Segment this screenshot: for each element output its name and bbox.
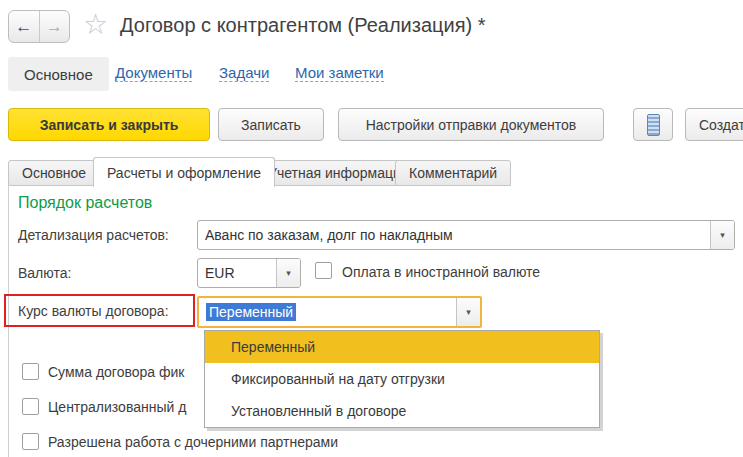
favorite-star-icon[interactable]: ☆ xyxy=(83,8,108,41)
section-title-settlement-order: Порядок расчетов xyxy=(18,194,152,212)
save-and-close-button[interactable]: Записать и закрыть xyxy=(8,108,210,141)
reports-list-button[interactable] xyxy=(633,108,673,141)
child-partners-checkbox[interactable] xyxy=(22,433,39,450)
currency-label: Валюта: xyxy=(18,265,71,281)
tab-main[interactable]: Основное xyxy=(8,160,100,186)
detail-settlements-select[interactable]: Аванс по заказам, долг по накладным ▾ xyxy=(197,220,735,250)
detail-settlements-label: Детализация расчетов: xyxy=(18,227,169,243)
contract-form-window: ← → ☆ Договор с контрагентом (Реализация… xyxy=(0,0,743,457)
foreign-currency-checkbox[interactable] xyxy=(315,262,332,279)
send-settings-button[interactable]: Настройки отправки документов xyxy=(338,108,604,141)
rate-dropdown-list: Переменный Фиксированный на дату отгрузк… xyxy=(204,330,600,428)
dropdown-option-fixed-on-shipment[interactable]: Фиксированный на дату отгрузки xyxy=(205,363,599,395)
history-nav: ← → xyxy=(8,10,70,43)
currency-select[interactable]: EUR ▾ xyxy=(197,258,301,288)
tab-settlements[interactable]: Расчеты и оформление xyxy=(93,157,275,187)
contract-sum-fixed-label: Сумма договора фик xyxy=(48,364,184,380)
nav-item-main[interactable]: Основное xyxy=(8,57,109,91)
foreign-currency-label: Оплата в иностранной валюте xyxy=(342,264,540,280)
nav-link-documents[interactable]: Документы xyxy=(115,64,192,82)
contract-sum-fixed-checkbox[interactable] xyxy=(22,363,39,380)
nav-link-notes[interactable]: Мои заметки xyxy=(295,64,384,82)
forward-button[interactable]: → xyxy=(40,11,70,42)
chevron-down-icon[interactable]: ▾ xyxy=(456,298,480,326)
currency-value: EUR xyxy=(198,259,276,287)
centralized-contract-checkbox[interactable] xyxy=(22,398,39,415)
create-based-on-button[interactable]: Создат xyxy=(685,108,743,141)
nav-link-tasks[interactable]: Задачи xyxy=(219,64,269,82)
dropdown-option-variable[interactable]: Переменный xyxy=(205,331,599,363)
database-stack-icon xyxy=(647,114,660,136)
dropdown-option-set-in-contract[interactable]: Установленный в договоре xyxy=(205,395,599,427)
chevron-down-icon[interactable]: ▾ xyxy=(710,221,734,249)
save-button[interactable]: Записать xyxy=(218,108,324,141)
contract-rate-value: Переменный xyxy=(199,298,456,326)
forward-arrow-icon: → xyxy=(46,17,63,37)
back-arrow-icon: ← xyxy=(15,17,32,37)
back-button[interactable]: ← xyxy=(9,11,40,42)
centralized-contract-label: Централизованный д xyxy=(48,399,186,415)
contract-rate-select[interactable]: Переменный ▾ xyxy=(197,296,482,328)
detail-settlements-value: Аванс по заказам, долг по накладным xyxy=(198,221,710,249)
chevron-down-icon[interactable]: ▾ xyxy=(276,259,300,287)
content-left-border xyxy=(8,186,9,457)
tab-comment[interactable]: Комментарий xyxy=(395,160,511,186)
page-title: Договор с контрагентом (Реализация) * xyxy=(120,14,486,37)
contract-rate-label: Курс валюты договора: xyxy=(18,303,169,319)
selected-text: Переменный xyxy=(206,303,296,321)
child-partners-label: Разрешена работа с дочерними партнерами xyxy=(48,434,338,450)
